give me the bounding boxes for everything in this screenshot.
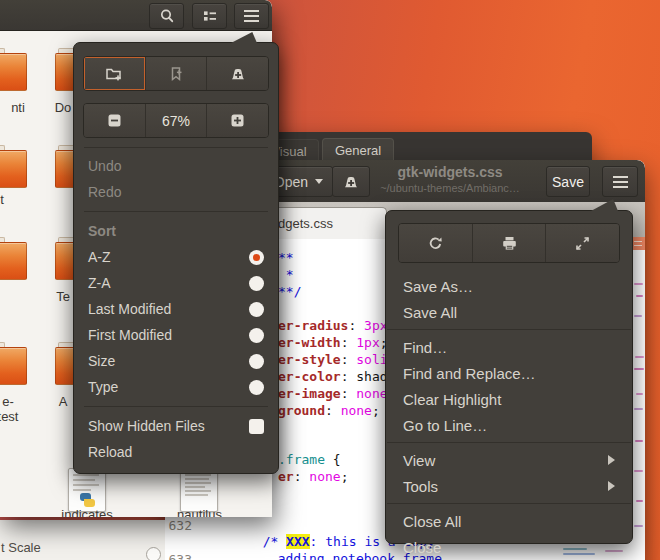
folder-icon[interactable] (0, 342, 28, 385)
sort-radio-5[interactable] (249, 380, 264, 395)
menu-item-show-hidden[interactable]: Show Hidden Files (74, 413, 278, 439)
minimap-mark (634, 283, 643, 285)
gedit-menu-button[interactable] (602, 166, 638, 197)
new-bookmark-button[interactable] (146, 57, 208, 90)
gedit-menu-popover: Save As… Save All Find… Find and Replace… (385, 210, 633, 544)
code-line: ** (278, 250, 294, 266)
sort-radio-1[interactable] (249, 276, 264, 291)
adjustment-control[interactable] (146, 547, 161, 560)
code-line: ground: none; (278, 403, 380, 419)
minimap-mark (634, 315, 642, 317)
zoom-controls: 67% (83, 103, 269, 138)
line-number: 633 (165, 552, 192, 560)
sort-radio-3[interactable] (249, 328, 264, 343)
folder-icon[interactable] (0, 48, 28, 91)
zoom-in-button[interactable] (207, 104, 268, 137)
sort-radio-0[interactable] (249, 250, 264, 265)
menu-item-save-as[interactable]: Save As… (386, 273, 632, 299)
zoom-level: 67% (146, 104, 208, 137)
menu-item-view[interactable]: View (386, 447, 632, 473)
sort-option-last-modified[interactable]: Last Modified (74, 296, 278, 322)
sort-option-first-modified[interactable]: First Modified (74, 322, 278, 348)
separator (387, 442, 631, 443)
view-toggle-button[interactable] (192, 3, 227, 29)
new-folder-icon (105, 66, 123, 82)
folder-icon[interactable] (0, 145, 28, 188)
file-label[interactable]: test (0, 409, 34, 424)
sort-option-az[interactable]: A-Z (74, 244, 278, 270)
menu-item-clear-highlight[interactable]: Clear Highlight (386, 386, 632, 412)
files-menu-button[interactable] (234, 3, 269, 29)
code-line: **/ (278, 284, 301, 300)
new-folder-button[interactable] (84, 57, 146, 90)
file-label[interactable]: nti (0, 100, 44, 115)
zoom-in-icon (230, 113, 245, 128)
desktop: Visual General Open gtk-widgets.css ~/ub… (0, 0, 660, 560)
code-line: er: none; (278, 469, 348, 485)
fullscreen-icon (574, 235, 591, 252)
print-button[interactable] (473, 224, 547, 262)
zoom-out-button[interactable] (84, 104, 146, 137)
menu-item-reload[interactable]: Reload (74, 439, 278, 465)
code-line: er-image: none (278, 386, 388, 402)
menu-item-find[interactable]: Find… (386, 334, 632, 360)
tab-general[interactable]: General (322, 138, 394, 161)
show-hidden-checkbox[interactable] (249, 419, 264, 434)
minimap-mark (635, 356, 644, 358)
window-subtitle: ~/ubuntu-themes/Ambianc… (340, 182, 560, 194)
reload-icon (427, 235, 444, 252)
folder-icon[interactable] (0, 237, 28, 280)
menu-item-tools[interactable]: Tools (386, 473, 632, 499)
file-label[interactable]: indicates (56, 507, 118, 517)
menu-item-redo[interactable]: Redo (74, 179, 278, 205)
files-headerbar (0, 0, 272, 31)
python-file-icon[interactable] (68, 468, 106, 512)
reload-button[interactable] (399, 224, 473, 262)
code-line: er-style: soli (278, 352, 388, 368)
search-button[interactable] (149, 3, 184, 29)
sort-radio-4[interactable] (249, 354, 264, 369)
file-label[interactable]: nautilus (172, 507, 227, 517)
overview-map-highlight (632, 237, 645, 250)
file-label[interactable]: e- (0, 394, 34, 409)
sort-option-type[interactable]: Type (74, 374, 278, 400)
sort-option-za[interactable]: Z-A (74, 270, 278, 296)
menu-item-find-replace[interactable]: Find and Replace… (386, 360, 632, 386)
minimap-mark (634, 408, 643, 410)
menu-item-close-all[interactable]: Close All (386, 508, 632, 534)
menu-item-undo[interactable]: Undo (74, 153, 278, 179)
chevron-down-icon (315, 179, 323, 184)
text-file-icon[interactable] (180, 468, 218, 512)
minimap-mark (636, 295, 643, 297)
separator (84, 211, 268, 212)
minimap-mark (636, 393, 643, 395)
separator (84, 406, 268, 407)
fullscreen-button[interactable] (546, 224, 619, 262)
minimap-mark (635, 440, 643, 442)
sort-option-size[interactable]: Size (74, 348, 278, 374)
new-bookmark-icon (168, 66, 184, 82)
minimap-mark (634, 470, 643, 472)
sort-section-label: Sort (74, 218, 278, 244)
window-title: gtk-widgets.css (340, 165, 560, 180)
code-line: * work */ (200, 552, 341, 560)
zoom-out-icon (107, 113, 122, 128)
code-line: er-radius: 3px (278, 318, 388, 334)
menu-item-save-all[interactable]: Save All (386, 299, 632, 325)
minimap-mark (634, 368, 644, 370)
code-line: .frame { (278, 452, 341, 468)
menu-item-goto-line[interactable]: Go to Line… (386, 412, 632, 438)
save-button[interactable]: Save (546, 166, 590, 197)
code-line: * (278, 267, 294, 283)
code-line: er-color: shad (278, 369, 388, 385)
menu-item-close[interactable]: Close (386, 534, 632, 560)
submenu-arrow-icon (608, 455, 615, 465)
separator (387, 503, 631, 504)
new-tab-button[interactable] (207, 57, 268, 90)
code-line: er-width: 1px; (278, 335, 388, 351)
file-label[interactable]: t (0, 192, 8, 207)
scale-window: t Scale (0, 520, 165, 560)
search-icon (159, 8, 175, 24)
print-icon (501, 235, 518, 252)
sort-radio-2[interactable] (249, 302, 264, 317)
